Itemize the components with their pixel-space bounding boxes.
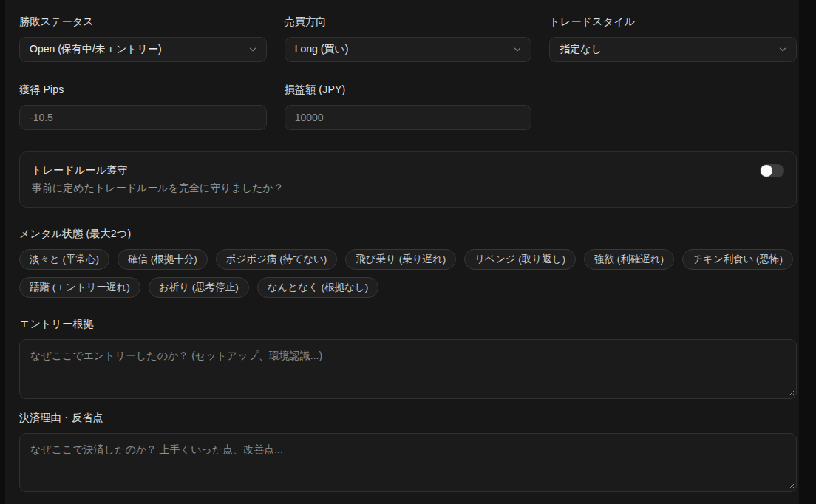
chevron-down-icon (248, 44, 258, 55)
mental-chip[interactable]: チキン利食い (恐怖) (682, 249, 793, 270)
mental-state-section: メンタル状態 (最大2つ) 淡々と (平常心)確信 (根拠十分)ポジポジ病 (待… (19, 228, 797, 298)
pnl-label: 損益額 (JPY) (285, 84, 532, 95)
form-content: 勝敗ステータス Open (保有中/未エントリー) 売買方向 Long (買い) (5, 0, 799, 492)
status-select-value: Open (保有中/未エントリー) (30, 43, 162, 56)
entry-reason-section: エントリー根拠 (19, 318, 797, 399)
rule-card-description: 事前に定めたトレードルールを完全に守りましたか？ (32, 181, 284, 194)
exit-reason-textarea[interactable] (19, 433, 797, 492)
rule-card-title: トレードルール遵守 (32, 163, 284, 177)
field-pips: 獲得 Pips (19, 84, 267, 130)
direction-select-value: Long (買い) (295, 43, 349, 56)
status-label: 勝敗ステータス (19, 16, 267, 27)
trade-style-select-value: 指定なし (560, 43, 602, 56)
mental-chip[interactable]: リベンジ (取り返し) (464, 249, 576, 270)
pips-label: 獲得 Pips (19, 84, 267, 95)
rule-compliance-card: トレードルール遵守 事前に定めたトレードルールを完全に守りましたか？ (19, 151, 797, 208)
mental-chip[interactable]: 確信 (根拠十分) (118, 249, 208, 270)
chevron-down-icon (512, 44, 523, 55)
pnl-input[interactable] (285, 105, 532, 130)
mental-chip[interactable]: ポジポジ病 (待てない) (216, 249, 337, 270)
empty-cell (549, 84, 797, 130)
mental-state-label: メンタル状態 (最大2つ) (19, 228, 797, 239)
trade-style-select[interactable]: 指定なし (549, 37, 797, 62)
mental-chip[interactable]: 淡々と (平常心) (19, 249, 109, 270)
mental-chip[interactable]: お祈り (思考停止) (149, 277, 249, 298)
mental-chip-list: 淡々と (平常心)確信 (根拠十分)ポジポジ病 (待てない)飛び乗り (乗り遅れ… (19, 249, 797, 298)
direction-label: 売買方向 (285, 16, 532, 27)
entry-reason-textarea[interactable] (19, 339, 797, 399)
mental-chip[interactable]: 飛び乗り (乗り遅れ) (345, 249, 456, 270)
trade-style-label: トレードスタイル (549, 16, 797, 27)
exit-reason-label: 決済理由・反省点 (19, 412, 797, 423)
exit-reason-section: 決済理由・反省点 (19, 412, 797, 492)
field-status: 勝敗ステータス Open (保有中/未エントリー) (19, 16, 267, 62)
exit-reason-wrap (19, 433, 797, 492)
rule-compliance-toggle[interactable] (760, 164, 784, 177)
trade-journal-form-panel: 勝敗ステータス Open (保有中/未エントリー) 売買方向 Long (買い) (5, 0, 799, 504)
rule-card-text: トレードルール遵守 事前に定めたトレードルールを完全に守りましたか？ (32, 163, 284, 194)
direction-select[interactable]: Long (買い) (285, 37, 532, 62)
mental-chip[interactable]: なんとなく (根拠なし) (257, 277, 378, 298)
status-select[interactable]: Open (保有中/未エントリー) (19, 37, 267, 62)
number-input-row: 獲得 Pips 損益額 (JPY) (19, 84, 797, 130)
entry-reason-wrap (19, 339, 797, 399)
mental-chip[interactable]: 強欲 (利確遅れ) (584, 249, 674, 270)
pips-input[interactable] (19, 105, 267, 130)
chevron-down-icon (778, 44, 788, 55)
field-trade-style: トレードスタイル 指定なし (549, 16, 797, 62)
dropdown-row: 勝敗ステータス Open (保有中/未エントリー) 売買方向 Long (買い) (19, 16, 797, 62)
entry-reason-label: エントリー根拠 (19, 318, 797, 330)
field-direction: 売買方向 Long (買い) (285, 16, 532, 62)
mental-chip[interactable]: 躊躇 (エントリー遅れ) (19, 277, 140, 298)
toggle-knob-icon (761, 165, 772, 177)
field-pnl: 損益額 (JPY) (285, 84, 532, 130)
